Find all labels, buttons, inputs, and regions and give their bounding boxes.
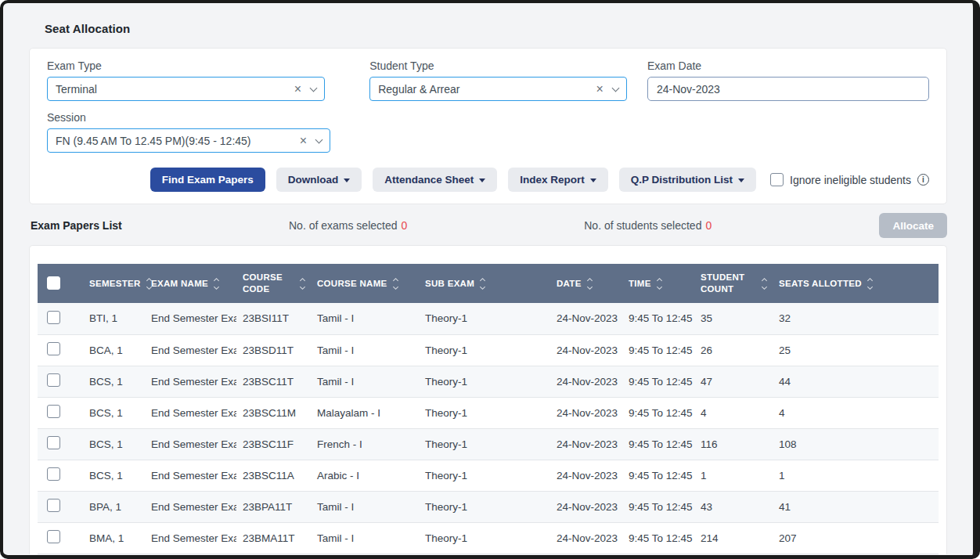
- clear-icon[interactable]: ×: [290, 83, 311, 96]
- cell-sub-exam: Theory-1: [419, 303, 550, 334]
- row-checkbox[interactable]: [47, 342, 60, 355]
- index-report-label: Index Report: [520, 174, 585, 186]
- cell-course-code: 23BSC11A: [236, 460, 311, 491]
- cell-student-count: 47: [694, 366, 773, 397]
- qp-distribution-list-button[interactable]: Q.P Distribution List: [619, 168, 756, 192]
- row-checkbox[interactable]: [47, 405, 60, 418]
- clear-icon[interactable]: ×: [592, 83, 613, 96]
- find-exam-papers-button[interactable]: Find Exam Papers: [150, 168, 265, 192]
- ignore-ineligible-checkbox[interactable]: [770, 173, 784, 186]
- chevron-down-icon[interactable]: [315, 135, 323, 143]
- caret-down-icon: [738, 179, 744, 182]
- cell-sub-exam: Theory-1: [419, 334, 550, 366]
- cell-sub-exam: Theory-1: [419, 366, 550, 397]
- exam-type-select[interactable]: Terminal ×: [47, 77, 325, 101]
- cell-student-count: 35: [694, 303, 773, 334]
- row-checkbox-cell: [38, 522, 83, 554]
- sort-icon[interactable]: [481, 279, 485, 289]
- students-selected-count: No. of students selected 0: [584, 219, 879, 232]
- cell-course-name: Tamil - I: [311, 491, 419, 522]
- column-label: COURSE NAME: [317, 278, 387, 290]
- caret-down-icon: [479, 179, 485, 182]
- cell-seats-allotted: 41: [773, 491, 939, 522]
- table-row: BCS, 1 End Semester Exam 23BSC11A Arabic…: [38, 460, 939, 491]
- sort-icon[interactable]: [762, 279, 766, 289]
- cell-exam-name: End Semester Exam: [145, 522, 236, 554]
- row-checkbox[interactable]: [47, 311, 60, 324]
- cell-course-name: Tamil - I: [311, 303, 419, 334]
- row-checkbox[interactable]: [47, 467, 60, 481]
- column-label: TIME: [629, 278, 651, 290]
- cell-course-code: 23BMA11T: [236, 522, 311, 554]
- cell-course-code: 23BSC11M: [236, 397, 311, 428]
- cell-semester: BCA, 1: [83, 334, 145, 366]
- student-type-value: Regular & Arrear: [378, 83, 591, 96]
- row-checkbox[interactable]: [47, 436, 60, 449]
- row-checkbox-cell: [38, 366, 83, 397]
- column-header-semester: SEMESTER: [83, 264, 145, 303]
- cell-time: 9:45 To 12:45: [622, 491, 694, 522]
- sort-icon[interactable]: [147, 279, 151, 289]
- attendance-sheet-button[interactable]: Attendance Sheet: [373, 168, 497, 192]
- exam-papers-table: SEMESTER EXAM NAME COURSE CODE COUR: [38, 264, 939, 554]
- allocate-button[interactable]: Allocate: [879, 213, 947, 238]
- row-checkbox[interactable]: [47, 373, 60, 387]
- qp-distribution-list-label: Q.P Distribution List: [631, 174, 733, 186]
- sort-icon[interactable]: [868, 279, 872, 289]
- index-report-button[interactable]: Index Report: [508, 168, 608, 192]
- cell-seats-allotted: 25: [773, 334, 939, 366]
- sort-icon[interactable]: [301, 279, 304, 289]
- column-header-course-name: COURSE NAME: [311, 264, 419, 303]
- row-checkbox[interactable]: [47, 530, 60, 543]
- table-header-row: SEMESTER EXAM NAME COURSE CODE COUR: [38, 264, 939, 303]
- exam-type-label: Exam Type: [47, 60, 325, 72]
- exam-date-input[interactable]: [647, 77, 929, 101]
- cell-date: 24-Nov-2023: [550, 334, 622, 366]
- clear-icon[interactable]: ×: [295, 135, 316, 147]
- sort-icon[interactable]: [588, 279, 592, 289]
- cell-time: 9:45 To 12:45: [622, 522, 694, 554]
- exams-selected-value: 0: [402, 219, 408, 232]
- chevron-down-icon[interactable]: [611, 84, 619, 92]
- column-header-student-count: STUDENT COUNT: [694, 264, 773, 303]
- cell-semester: BCS, 1: [83, 366, 145, 397]
- column-label: COURSE CODE: [243, 272, 294, 295]
- column-header-sub-exam: SUB EXAM: [419, 264, 550, 303]
- cell-course-name: Malayalam - I: [311, 397, 419, 428]
- cell-student-count: 4: [694, 397, 773, 428]
- sort-icon[interactable]: [214, 279, 218, 289]
- actions-row: Find Exam Papers Download Attendance She…: [47, 168, 929, 192]
- allocate-label: Allocate: [892, 220, 934, 232]
- sort-icon[interactable]: [394, 279, 398, 289]
- download-button[interactable]: Download: [276, 168, 362, 192]
- cell-sub-exam: Theory-1: [419, 491, 550, 522]
- student-type-select[interactable]: Regular & Arrear ×: [369, 77, 627, 101]
- row-checkbox-cell: [38, 460, 83, 491]
- exam-date-label: Exam Date: [647, 60, 929, 72]
- cell-sub-exam: Theory-1: [419, 522, 550, 554]
- session-label: Session: [47, 111, 330, 124]
- cell-course-name: French - I: [311, 428, 419, 460]
- cell-seats-allotted: 207: [773, 522, 939, 554]
- cell-exam-name: End Semester Exam: [145, 334, 236, 366]
- session-field: Session FN (9.45 AM To 12.45 PM)(9:45 - …: [47, 111, 330, 153]
- ignore-ineligible-label: Ignore ineligible students: [790, 174, 911, 186]
- select-all-checkbox[interactable]: [47, 276, 60, 290]
- info-icon[interactable]: i: [917, 174, 929, 186]
- table-row: BCA, 1 End Semester Exam 23BSD11T Tamil …: [38, 334, 939, 366]
- session-select[interactable]: FN (9.45 AM To 12.45 PM)(9:45 - 12:45) ×: [47, 128, 330, 153]
- column-header-seats-allotted: SEATS ALLOTTED: [773, 264, 939, 303]
- row-checkbox[interactable]: [47, 499, 60, 512]
- exam-papers-table-body: BTI, 1 End Semester Exam 23BSI11T Tamil …: [38, 303, 939, 554]
- chevron-down-icon[interactable]: [310, 84, 318, 92]
- cell-date: 24-Nov-2023: [550, 397, 622, 428]
- column-label: EXAM NAME: [151, 278, 208, 290]
- cell-semester: BCS, 1: [83, 428, 145, 460]
- students-selected-label: No. of students selected: [584, 219, 701, 232]
- students-selected-value: 0: [705, 219, 712, 232]
- sort-icon[interactable]: [658, 279, 661, 289]
- exam-type-field: Exam Type Terminal ×: [47, 60, 325, 101]
- cell-course-name: Tamil - I: [311, 334, 419, 366]
- cell-seats-allotted: 32: [773, 303, 939, 334]
- cell-time: 9:45 To 12:45: [622, 334, 694, 366]
